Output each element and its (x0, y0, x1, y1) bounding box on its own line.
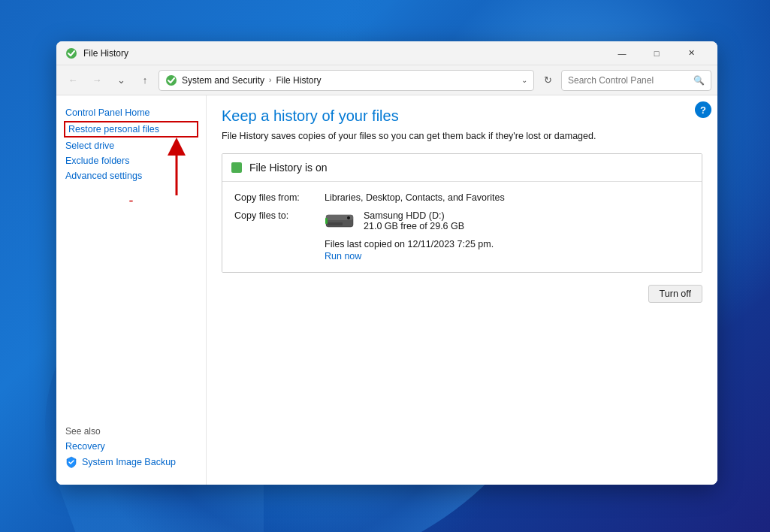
address-dropdown-chevron: ⌄ (521, 76, 527, 84)
status-box: File History is on Copy files from: Libr… (222, 153, 702, 273)
select-drive-link[interactable]: Select drive (65, 141, 197, 151)
dash-marker: - (65, 193, 197, 209)
recent-locations-button[interactable]: ⌄ (110, 70, 131, 91)
address-chevron-1: › (269, 76, 271, 84)
turn-off-button[interactable]: Turn off (648, 285, 702, 303)
maximize-button[interactable]: □ (639, 41, 674, 65)
recovery-link[interactable]: Recovery (65, 441, 197, 452)
see-also-label: See also (65, 426, 197, 437)
main-content: ? Keep a history of your files File Hist… (207, 95, 717, 485)
control-panel-icon (165, 74, 177, 86)
status-body: Copy files from: Libraries, Desktop, Con… (222, 182, 702, 272)
svg-rect-5 (328, 222, 343, 225)
last-copied-info: Files last copied on 12/11/2023 7:25 pm.… (325, 239, 494, 261)
copy-to-label: Copy files to: (234, 210, 325, 231)
refresh-button[interactable]: ↻ (537, 70, 558, 91)
turn-off-row: Turn off (222, 285, 702, 303)
svg-point-4 (347, 216, 350, 219)
help-button[interactable]: ? (695, 101, 711, 118)
control-panel-home-link[interactable]: Control Panel Home (65, 107, 197, 118)
search-box: 🔍 (561, 70, 711, 91)
drive-size: 21.0 GB free of 29.6 GB (364, 221, 464, 231)
search-input[interactable] (568, 75, 690, 86)
minimize-button[interactable]: — (605, 41, 639, 65)
run-now-link[interactable]: Run now (325, 251, 361, 261)
system-image-backup-link[interactable]: System Image Backup (82, 457, 176, 467)
sidebar: Control Panel Home Restore personal file… (56, 95, 207, 485)
shield-icon (65, 456, 77, 468)
copy-from-row: Copy files from: Libraries, Desktop, Con… (234, 192, 690, 203)
drive-details: Samsung HDD (D:) 21.0 GB free of 29.6 GB (364, 210, 464, 231)
address-part1: System and Security (182, 75, 264, 86)
status-header: File History is on (222, 154, 702, 182)
app-icon (65, 47, 77, 59)
last-copied-text: Files last copied on 12/11/2023 7:25 pm. (325, 239, 494, 249)
up-button[interactable]: ↑ (134, 70, 156, 91)
toolbar: ← → ⌄ ↑ System and Security › File Histo… (56, 65, 717, 95)
close-button[interactable]: ✕ (674, 41, 708, 65)
copy-from-label: Copy files from: (234, 192, 325, 203)
copy-from-value: Libraries, Desktop, Contacts, and Favori… (325, 192, 505, 203)
address-bar: System and Security › File History ⌄ (159, 70, 534, 91)
content-area: Control Panel Home Restore personal file… (56, 95, 717, 485)
hdd-svg (325, 212, 354, 230)
drive-name: Samsung HDD (D:) (364, 210, 464, 221)
restore-personal-files-link[interactable]: Restore personal files (65, 122, 197, 136)
status-indicator (231, 162, 242, 173)
title-bar: File History — □ ✕ (56, 41, 717, 65)
status-text: File History is on (249, 162, 327, 174)
page-title: Keep a history of your files (222, 107, 702, 125)
window-controls: — □ ✕ (605, 41, 708, 65)
forward-button[interactable]: → (86, 70, 107, 91)
drive-icon (325, 210, 355, 231)
last-copied-row: Files last copied on 12/11/2023 7:25 pm.… (234, 239, 690, 261)
address-part2: File History (276, 75, 321, 86)
advanced-settings-link[interactable]: Advanced settings (65, 171, 197, 181)
drive-info: Samsung HDD (D:) 21.0 GB free of 29.6 GB (325, 210, 464, 231)
search-icon: 🔍 (693, 75, 705, 86)
back-button[interactable]: ← (62, 70, 83, 91)
exclude-folders-link[interactable]: Exclude folders (65, 156, 197, 166)
system-image-backup-item: System Image Backup (65, 456, 197, 468)
copy-to-row: Copy files to: (234, 210, 690, 231)
page-description: File History saves copies of your files … (222, 131, 702, 141)
svg-rect-6 (325, 218, 328, 224)
file-history-window: File History — □ ✕ ← → ⌄ ↑ System and Se… (56, 41, 717, 485)
window-title: File History (83, 48, 605, 59)
